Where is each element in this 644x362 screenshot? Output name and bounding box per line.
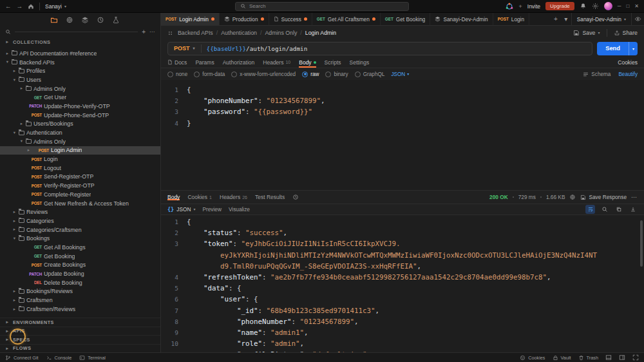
more-options-icon[interactable]: ⋯ [631, 194, 638, 200]
request-tab-authorization[interactable]: Authorization [223, 57, 255, 68]
body-mode-x-www-form-urlencoded[interactable]: x-www-form-urlencoded [231, 71, 296, 77]
sidebar-section-environments[interactable]: ▸ENVIRONMENTS [0, 318, 160, 327]
notifications-bell-icon[interactable] [580, 3, 587, 10]
bottom-panel-icon[interactable] [605, 354, 612, 361]
request-item-get-booking[interactable]: GETGet Booking [0, 252, 160, 261]
fullscreen-icon[interactable] [632, 354, 639, 361]
response-tab-test-results[interactable]: Test Results [255, 194, 285, 200]
sidebar-section-specs[interactable]: ▸SPECS [0, 335, 160, 344]
collections-section-header[interactable]: ▸ COLLECTIONS [0, 37, 160, 47]
tab-get-all-craftsmen[interactable]: GETGet All Craftsmen [312, 13, 381, 25]
folder-item-users-bookings[interactable]: ▸Users/Bookings [0, 120, 160, 129]
request-tab-scripts[interactable]: Scripts [325, 57, 341, 68]
terminal-button[interactable]: Terminal [79, 355, 106, 361]
visualize-tab[interactable]: Visualize [229, 206, 250, 213]
save-response-button[interactable]: Save Response [580, 194, 627, 200]
request-item-login[interactable]: POSTLogin [0, 155, 160, 164]
request-item-login-admin[interactable]: ▸POSTLogin Admin [0, 146, 160, 155]
request-item-delete-booking[interactable]: DELDelete Booking [0, 278, 160, 287]
cookies-button[interactable]: Cookies [520, 355, 545, 361]
folder-item-bookings[interactable]: ▾Bookings [0, 234, 160, 243]
request-item-logout[interactable]: POSTLogout [0, 164, 160, 173]
request-item-get-new-refresh-access-token[interactable]: POSTGet New Refresh & Access Token [0, 199, 160, 208]
new-item-icon[interactable]: + [142, 29, 146, 35]
breadcrumb-item[interactable]: Backend APIs [178, 30, 213, 36]
close-button[interactable]: ✕ [634, 3, 639, 9]
folder-item-categories-craftsmen[interactable]: ▸Categories/Craftsmen [0, 225, 160, 234]
folder-item-profiles[interactable]: ▸Profiles [0, 66, 160, 75]
folder-item-admins-only[interactable]: ▾Admins Only [0, 137, 160, 146]
breadcrumb-item[interactable]: Login Admin [305, 30, 336, 36]
body-mode-raw[interactable]: raw [302, 71, 319, 77]
sidebar-search-input[interactable] [15, 32, 138, 32]
body-mode-none[interactable]: none [167, 71, 187, 77]
wrap-text-icon[interactable] [585, 205, 595, 214]
tab-menu-icon[interactable]: ▾ [561, 13, 571, 25]
apis-icon[interactable] [66, 16, 73, 24]
request-item-get-all-bookings[interactable]: GETGet All Bookings [0, 243, 160, 252]
search-icon[interactable] [600, 205, 609, 214]
response-tab-cookies[interactable]: Cookies1 [187, 194, 212, 200]
invite-button[interactable]: Invite [527, 3, 540, 10]
body-mode-graphql[interactable]: GraphQL [355, 71, 385, 77]
request-item-verify-register-otp[interactable]: POSTVerify-Register-OTP [0, 181, 160, 190]
response-body-editor[interactable]: 1{2 "status": "success",3 "token": "eyJh… [161, 215, 644, 352]
response-tab-headers[interactable]: Headers26 [220, 194, 247, 200]
workspace-switcher[interactable]: Sanayi ▾ [45, 3, 66, 10]
scroll-to-bottom-icon[interactable] [628, 205, 638, 214]
network-icon[interactable] [569, 194, 576, 200]
user-avatar[interactable] [604, 2, 612, 10]
global-search[interactable]: Search [235, 2, 409, 11]
beautify-link[interactable]: Beautify [618, 71, 638, 77]
tab-sanayi-dev-admin[interactable]: Sanayi-Dev-Admin [430, 13, 493, 25]
flows-icon[interactable] [112, 16, 120, 24]
folder-item-authentication[interactable]: ▾Authentication [0, 128, 160, 137]
connect-git-button[interactable]: Connect Git [5, 355, 39, 361]
request-tab-params[interactable]: Params [195, 57, 214, 68]
tab-login[interactable]: POSTLogin [493, 13, 529, 25]
request-item-get-user[interactable]: GETGet User [0, 93, 160, 102]
response-history-clock-icon[interactable] [292, 194, 299, 200]
request-item-send-register-otp[interactable]: POSTSend-Register-OTP [0, 173, 160, 182]
folder-item-admins-only[interactable]: ▸Admins Only [0, 84, 160, 93]
api-network-icon[interactable] [506, 3, 513, 10]
request-tab-settings[interactable]: Settings [350, 57, 370, 68]
sidebar-section-flows[interactable]: ▸FLOWS [0, 344, 160, 353]
trash-button[interactable]: Trash [578, 355, 598, 361]
collections-icon[interactable] [50, 16, 58, 24]
folder-item-categories[interactable]: ▸Categories [0, 216, 160, 225]
folder-item-api-documentation-reference[interactable]: ▸API Documentation #reference [0, 49, 160, 58]
send-button[interactable]: Send ▾ [597, 42, 638, 55]
copy-icon[interactable] [614, 205, 623, 214]
request-body-editor[interactable]: 1{2 "phoneNumber": "01234567899",3 "pass… [161, 80, 644, 191]
request-item-complete-register[interactable]: POSTComplete-Register [0, 190, 160, 199]
vault-button[interactable]: Vault [553, 355, 571, 361]
response-time[interactable]: 729 ms [518, 194, 536, 200]
environment-selector[interactable]: Sanayi-Dev-Admin ▾ [571, 13, 631, 25]
response-format-dropdown[interactable]: {} JSON ▾ [167, 206, 195, 213]
tab-get-booking[interactable]: GETGet Booking [381, 13, 431, 25]
history-icon[interactable] [97, 16, 104, 24]
save-button[interactable]: Save ▾ [573, 30, 600, 36]
minimize-button[interactable]: ─ [618, 3, 621, 9]
response-tab-body[interactable]: Body [167, 194, 180, 200]
cookies-link[interactable]: Cookies [618, 57, 638, 68]
request-item-update-phone-verify-otp[interactable]: PATCHUpdate-Phone-Verify-OTP [0, 102, 160, 111]
new-tab-button[interactable]: + [551, 13, 561, 25]
settings-gear-icon[interactable] [592, 3, 599, 10]
send-options-icon[interactable]: ▾ [629, 42, 638, 55]
maximize-button[interactable]: □ [626, 3, 629, 9]
search-icon[interactable] [5, 29, 11, 35]
right-panel-icon[interactable] [619, 354, 625, 361]
folder-item-backend-apis[interactable]: ▾Backend APIs [0, 58, 160, 67]
folder-item-reviews[interactable]: ▸Reviews [0, 207, 160, 216]
home-icon[interactable] [28, 3, 34, 10]
folder-item-craftsmen-reviews[interactable]: ▸Craftsmen/Reviews [0, 305, 160, 314]
body-mode-binary[interactable]: binary [325, 71, 348, 77]
add-icon[interactable]: + [518, 3, 522, 10]
request-tab-body[interactable]: Body [299, 57, 316, 68]
tab-production[interactable]: Production [220, 13, 269, 25]
request-tab-headers[interactable]: Headers10 [263, 57, 290, 68]
url-input[interactable]: {{baseUrl}}/auth/login/admin [202, 45, 313, 52]
breadcrumb-item[interactable]: Admins Only [265, 30, 297, 36]
